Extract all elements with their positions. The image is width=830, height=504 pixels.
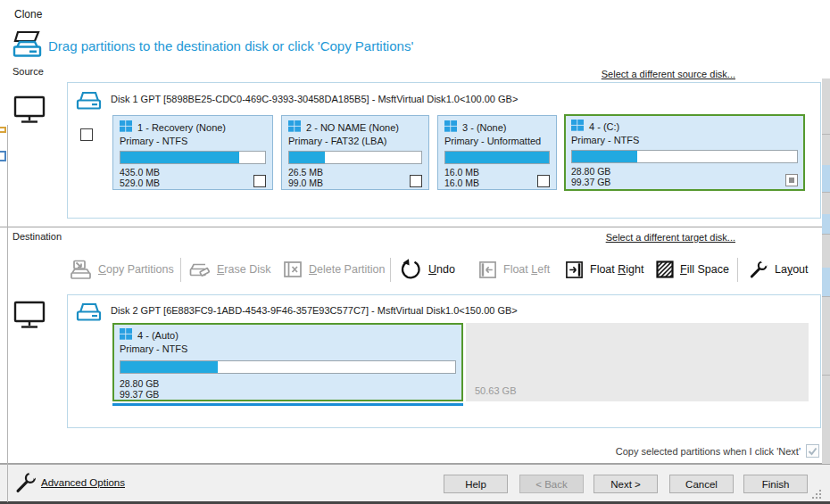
destination-disk-panel: Disk 2 GPT [6E883FC9-1ABD-4543-9F46-357E… <box>67 294 821 428</box>
help-button[interactable]: Help <box>444 475 508 493</box>
partition-usage-bar <box>444 151 550 164</box>
partition-sizes: 16.0 MB 16.0 MB <box>444 167 479 188</box>
disk-name: Disk 2 GPT [6E883FC9-1ABD-4543-9F46-357E… <box>111 305 396 316</box>
copy-partitions-button[interactable]: Copy Partitions <box>70 252 174 286</box>
source-partition-1[interactable]: 1 - Recovery (None) Primary - NTFS 435.0… <box>112 115 273 190</box>
cancel-button[interactable]: Cancel <box>669 475 734 493</box>
source-disk-title: Disk 1 GPT [5898BE25-CDC0-469C-9393-3045… <box>111 94 518 104</box>
source-disk-checkbox[interactable] <box>80 128 93 141</box>
windows-logo-icon <box>288 120 301 136</box>
float-right-icon <box>565 260 584 279</box>
toolbar-separator <box>180 258 181 282</box>
section-divider <box>0 227 822 227</box>
undo-button[interactable]: Undo <box>399 252 455 286</box>
source-partition-2[interactable]: 2 - NO NAME (None) Primary - FAT32 (LBA)… <box>281 115 429 190</box>
disk-kind: Virtual Disk <box>396 305 445 316</box>
select-target-disk-link[interactable]: Select a different target disk... <box>606 232 735 243</box>
windows-logo-icon <box>571 119 584 135</box>
fill-space-icon <box>656 260 674 278</box>
unallocated-size: 50.63 GB <box>475 385 516 396</box>
disk-version: 1.0 <box>445 305 459 316</box>
partition-name: 4 - (C:) <box>589 121 619 132</box>
partition-name: 3 - (None) <box>462 122 507 133</box>
partition-usage-bar <box>120 151 266 164</box>
partition-sizes: 435.0 MB 529.0 MB <box>120 167 160 188</box>
back-button[interactable]: < Back <box>519 475 584 493</box>
partition-sizes: 28.80 GB 99.37 GB <box>571 166 610 187</box>
destination-partition-4[interactable]: 4 - (Auto) Primary - NTFS 28.80 GB 99.37… <box>112 323 463 401</box>
finish-button[interactable]: Finish <box>743 475 808 493</box>
partition-checkbox[interactable] <box>785 174 798 186</box>
partition-checkbox[interactable] <box>410 175 422 187</box>
source-disk-panel: Disk 1 GPT [5898BE25-CDC0-469C-9393-3045… <box>67 82 821 219</box>
copy-partitions-icon <box>70 260 92 280</box>
disk-name: Disk 1 GPT [5898BE25-CDC0-469C-9393-3045… <box>111 94 396 104</box>
source-partition-4[interactable]: 4 - (C:) Primary - NTFS 28.80 GB 99.37 G… <box>564 114 805 191</box>
source-partition-3[interactable]: 3 - (None) Primary - Unformatted 16.0 MB… <box>437 115 557 190</box>
destination-section-label: Destination <box>12 231 62 242</box>
fill-space-button[interactable]: Fill Space <box>656 252 729 286</box>
select-source-disk-link[interactable]: Select a different source disk... <box>602 69 735 79</box>
clone-dialog: Clone Drag partitions to the destination… <box>0 0 830 504</box>
delete-partition-label: Delete Partition <box>309 263 385 276</box>
delete-partition-button[interactable]: Delete Partition <box>283 252 385 286</box>
partition-type: Primary - FAT32 (LBA) <box>288 136 422 146</box>
undo-label: Undo <box>428 263 455 276</box>
copy-partitions-label: Copy Partitions <box>98 263 174 276</box>
wrench-icon <box>13 471 37 499</box>
computer-monitor-icon <box>13 301 46 334</box>
destination-disk-title: Disk 2 GPT [6E883FC9-1ABD-4543-9F46-357E… <box>111 305 518 316</box>
float-left-button[interactable]: Float Left <box>478 252 550 286</box>
source-section-label: Source <box>12 66 44 77</box>
partition-checkbox[interactable] <box>253 175 266 187</box>
erase-disk-icon <box>189 260 211 279</box>
background-window-sliver <box>822 78 830 464</box>
clone-disks-icon <box>11 29 45 65</box>
footer-bar: Advanced Options Help < Back Next > Canc… <box>0 464 830 501</box>
computer-monitor-icon <box>13 95 46 128</box>
background-artifact <box>0 127 6 133</box>
disk-kind: Virtual Disk <box>396 94 445 104</box>
delete-partition-icon <box>283 260 303 278</box>
layout-button[interactable]: Layout <box>748 252 809 286</box>
float-right-button[interactable]: Float Right <box>565 252 643 286</box>
float-right-label: Float Right <box>590 263 643 276</box>
copy-when-next-checkbox[interactable] <box>806 444 819 458</box>
fill-space-label: Fill Space <box>680 263 729 276</box>
disk-capacity: <100.00 GB> <box>460 94 518 104</box>
partition-name: 2 - NO NAME (None) <box>306 122 399 133</box>
unallocated-space[interactable]: 50.63 GB <box>466 323 809 401</box>
next-button[interactable]: Next > <box>593 475 658 493</box>
float-left-icon <box>478 260 497 279</box>
advanced-options-link[interactable]: Advanced Options <box>41 477 125 488</box>
undo-icon <box>399 258 422 281</box>
copy-when-next-label: Copy selected partitions when I click 'N… <box>616 446 801 457</box>
windows-logo-icon <box>120 327 132 343</box>
drag-instruction-text: Drag partitions to the destination disk … <box>48 38 413 54</box>
partition-type: Primary - NTFS <box>571 135 798 145</box>
partition-usage-bar <box>571 150 798 163</box>
float-left-label: Float Left <box>503 263 550 276</box>
background-artifact <box>0 151 6 161</box>
disk-capacity: <150.00 GB> <box>459 305 517 316</box>
erase-disk-label: Erase Disk <box>217 263 270 276</box>
toolbar-separator <box>737 258 738 282</box>
toolbar-separator <box>390 258 391 282</box>
disk-icon <box>75 88 102 116</box>
layout-label: Layout <box>775 263 809 276</box>
background-window-edge <box>7 125 8 502</box>
disk-version: 1.0 <box>446 94 460 104</box>
windows-logo-icon <box>120 120 132 136</box>
windows-logo-icon <box>444 120 457 136</box>
partition-type: Primary - NTFS <box>120 136 266 146</box>
disk-icon <box>75 300 102 327</box>
partition-checkbox[interactable] <box>537 175 550 187</box>
partition-sizes: 28.80 GB 99.37 GB <box>120 378 159 400</box>
erase-disk-button[interactable]: Erase Disk <box>189 252 270 286</box>
partition-type: Primary - NTFS <box>120 343 456 354</box>
partition-name: 1 - Recovery (None) <box>137 122 226 133</box>
partition-usage-bar <box>120 360 456 374</box>
drop-target-indicator <box>112 403 463 406</box>
wrench-icon <box>748 260 768 280</box>
partition-sizes: 26.5 MB 99.0 MB <box>288 167 323 188</box>
